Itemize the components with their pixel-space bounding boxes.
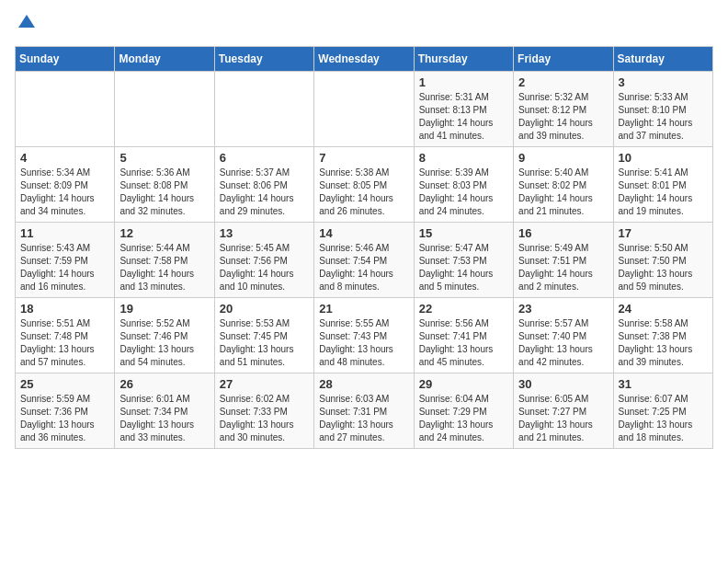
day-number: 26	[119, 377, 209, 391]
calendar-cell: 9Sunrise: 5:40 AM Sunset: 8:02 PM Daylig…	[514, 147, 613, 223]
day-info: Sunrise: 6:02 AM Sunset: 7:33 PM Dayligh…	[220, 393, 309, 444]
day-number: 9	[518, 151, 608, 165]
calendar-cell: 6Sunrise: 5:37 AM Sunset: 8:06 PM Daylig…	[214, 147, 313, 223]
calendar-cell: 28Sunrise: 6:03 AM Sunset: 7:31 PM Dayli…	[314, 373, 414, 449]
day-info: Sunrise: 5:52 AM Sunset: 7:46 PM Dayligh…	[119, 317, 209, 369]
day-number: 28	[319, 377, 408, 391]
day-number: 23	[518, 302, 608, 316]
calendar-cell	[214, 72, 313, 147]
day-number: 16	[518, 226, 608, 240]
day-info: Sunrise: 5:53 AM Sunset: 7:45 PM Dayligh…	[220, 317, 309, 369]
day-info: Sunrise: 6:03 AM Sunset: 7:31 PM Dayligh…	[319, 393, 408, 444]
day-number: 19	[119, 302, 209, 316]
calendar-cell: 14Sunrise: 5:46 AM Sunset: 7:54 PM Dayli…	[314, 223, 414, 298]
day-number: 15	[419, 226, 508, 240]
day-number: 1	[419, 75, 508, 89]
weekday-header: Saturday	[613, 47, 712, 72]
calendar-cell: 31Sunrise: 6:07 AM Sunset: 7:25 PM Dayli…	[613, 373, 712, 449]
page-header	[15, 15, 713, 35]
weekday-header: Wednesday	[314, 47, 414, 72]
calendar-cell: 17Sunrise: 5:50 AM Sunset: 7:50 PM Dayli…	[613, 223, 712, 298]
calendar-cell: 13Sunrise: 5:45 AM Sunset: 7:56 PM Dayli…	[214, 223, 313, 298]
day-info: Sunrise: 5:34 AM Sunset: 8:09 PM Dayligh…	[20, 167, 109, 218]
day-number: 24	[619, 302, 708, 316]
weekday-header: Friday	[514, 47, 613, 72]
day-number: 11	[20, 226, 109, 240]
calendar-table: SundayMondayTuesdayWednesdayThursdayFrid…	[15, 46, 713, 449]
day-info: Sunrise: 5:45 AM Sunset: 7:56 PM Dayligh…	[220, 242, 309, 293]
calendar-cell: 15Sunrise: 5:47 AM Sunset: 7:53 PM Dayli…	[414, 223, 513, 298]
day-info: Sunrise: 5:32 AM Sunset: 8:12 PM Dayligh…	[518, 91, 608, 143]
calendar-cell: 2Sunrise: 5:32 AM Sunset: 8:12 PM Daylig…	[514, 72, 613, 147]
calendar-cell: 20Sunrise: 5:53 AM Sunset: 7:45 PM Dayli…	[214, 298, 313, 373]
weekday-header: Monday	[115, 47, 214, 72]
day-info: Sunrise: 5:38 AM Sunset: 8:05 PM Dayligh…	[319, 167, 408, 218]
calendar-cell: 16Sunrise: 5:49 AM Sunset: 7:51 PM Dayli…	[514, 223, 613, 298]
day-number: 8	[419, 151, 508, 165]
day-info: Sunrise: 5:31 AM Sunset: 8:13 PM Dayligh…	[419, 91, 508, 143]
calendar-cell	[16, 72, 115, 147]
calendar-week-row: 4Sunrise: 5:34 AM Sunset: 8:09 PM Daylig…	[16, 147, 713, 223]
day-number: 10	[619, 151, 708, 165]
logo	[15, 15, 35, 35]
day-info: Sunrise: 5:51 AM Sunset: 7:48 PM Dayligh…	[20, 317, 109, 369]
day-number: 14	[319, 226, 408, 240]
day-number: 7	[319, 151, 408, 165]
day-info: Sunrise: 5:57 AM Sunset: 7:40 PM Dayligh…	[518, 317, 608, 369]
calendar-week-row: 1Sunrise: 5:31 AM Sunset: 8:13 PM Daylig…	[16, 72, 713, 147]
day-info: Sunrise: 5:58 AM Sunset: 7:38 PM Dayligh…	[619, 317, 708, 369]
day-info: Sunrise: 5:33 AM Sunset: 8:10 PM Dayligh…	[619, 91, 708, 143]
day-number: 29	[419, 377, 508, 391]
calendar-cell: 25Sunrise: 5:59 AM Sunset: 7:36 PM Dayli…	[16, 373, 115, 449]
calendar-week-row: 25Sunrise: 5:59 AM Sunset: 7:36 PM Dayli…	[16, 373, 713, 449]
day-info: Sunrise: 5:46 AM Sunset: 7:54 PM Dayligh…	[319, 242, 408, 293]
calendar-cell: 22Sunrise: 5:56 AM Sunset: 7:41 PM Dayli…	[414, 298, 513, 373]
calendar-cell: 1Sunrise: 5:31 AM Sunset: 8:13 PM Daylig…	[414, 72, 513, 147]
day-number: 18	[20, 302, 109, 316]
day-number: 2	[518, 75, 608, 89]
calendar-cell: 11Sunrise: 5:43 AM Sunset: 7:59 PM Dayli…	[16, 223, 115, 298]
day-info: Sunrise: 6:05 AM Sunset: 7:27 PM Dayligh…	[518, 393, 608, 444]
day-info: Sunrise: 5:59 AM Sunset: 7:36 PM Dayligh…	[20, 393, 109, 444]
day-number: 21	[319, 302, 408, 316]
weekday-header: Sunday	[16, 47, 115, 72]
calendar-cell: 30Sunrise: 6:05 AM Sunset: 7:27 PM Dayli…	[514, 373, 613, 449]
day-info: Sunrise: 5:47 AM Sunset: 7:53 PM Dayligh…	[419, 242, 508, 293]
day-info: Sunrise: 5:36 AM Sunset: 8:08 PM Dayligh…	[119, 167, 209, 218]
day-info: Sunrise: 6:07 AM Sunset: 7:25 PM Dayligh…	[619, 393, 708, 444]
day-number: 25	[20, 377, 109, 391]
day-number: 31	[619, 377, 708, 391]
day-number: 27	[220, 377, 309, 391]
day-number: 22	[419, 302, 508, 316]
weekday-header: Tuesday	[214, 47, 313, 72]
day-info: Sunrise: 5:55 AM Sunset: 7:43 PM Dayligh…	[319, 317, 408, 369]
calendar-week-row: 11Sunrise: 5:43 AM Sunset: 7:59 PM Dayli…	[16, 223, 713, 298]
day-number: 13	[220, 226, 309, 240]
calendar-cell: 7Sunrise: 5:38 AM Sunset: 8:05 PM Daylig…	[314, 147, 414, 223]
day-info: Sunrise: 6:01 AM Sunset: 7:34 PM Dayligh…	[119, 393, 209, 444]
day-info: Sunrise: 5:37 AM Sunset: 8:06 PM Dayligh…	[220, 167, 309, 218]
calendar-cell	[115, 72, 214, 147]
day-info: Sunrise: 6:04 AM Sunset: 7:29 PM Dayligh…	[419, 393, 508, 444]
calendar-cell: 8Sunrise: 5:39 AM Sunset: 8:03 PM Daylig…	[414, 147, 513, 223]
weekday-header: Thursday	[414, 47, 513, 72]
calendar-cell: 12Sunrise: 5:44 AM Sunset: 7:58 PM Dayli…	[115, 223, 214, 298]
day-number: 12	[119, 226, 209, 240]
day-number: 4	[20, 151, 109, 165]
day-number: 30	[518, 377, 608, 391]
logo-triangle-icon	[18, 13, 35, 29]
calendar-header-row: SundayMondayTuesdayWednesdayThursdayFrid…	[16, 47, 713, 72]
day-info: Sunrise: 5:49 AM Sunset: 7:51 PM Dayligh…	[518, 242, 608, 293]
calendar-cell: 3Sunrise: 5:33 AM Sunset: 8:10 PM Daylig…	[613, 72, 712, 147]
day-info: Sunrise: 5:44 AM Sunset: 7:58 PM Dayligh…	[119, 242, 209, 293]
calendar-cell: 26Sunrise: 6:01 AM Sunset: 7:34 PM Dayli…	[115, 373, 214, 449]
calendar-cell: 27Sunrise: 6:02 AM Sunset: 7:33 PM Dayli…	[214, 373, 313, 449]
calendar-cell: 18Sunrise: 5:51 AM Sunset: 7:48 PM Dayli…	[16, 298, 115, 373]
day-info: Sunrise: 5:43 AM Sunset: 7:59 PM Dayligh…	[20, 242, 109, 293]
day-number: 6	[220, 151, 309, 165]
calendar-cell: 10Sunrise: 5:41 AM Sunset: 8:01 PM Dayli…	[613, 147, 712, 223]
day-number: 20	[220, 302, 309, 316]
svg-marker-0	[18, 15, 35, 28]
calendar-cell: 4Sunrise: 5:34 AM Sunset: 8:09 PM Daylig…	[16, 147, 115, 223]
calendar-cell: 19Sunrise: 5:52 AM Sunset: 7:46 PM Dayli…	[115, 298, 214, 373]
